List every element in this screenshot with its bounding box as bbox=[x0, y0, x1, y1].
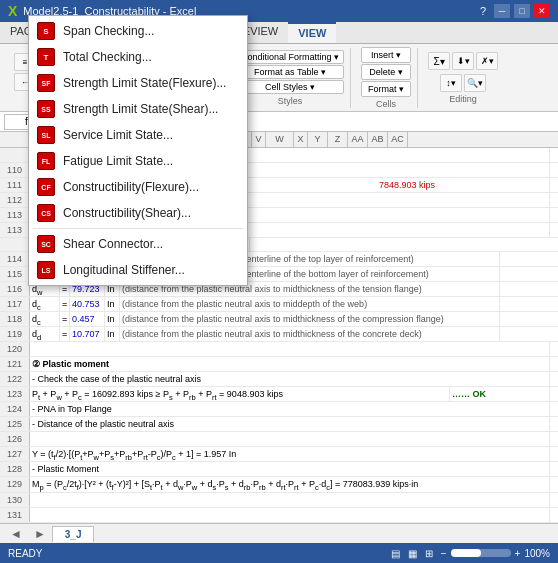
table-row[interactable]: 117 dc = 40.753 In (distance from the pl… bbox=[0, 297, 558, 312]
insert-btn[interactable]: Insert ▾ bbox=[361, 47, 411, 63]
svg-text:LS: LS bbox=[42, 267, 51, 274]
zoom-fill bbox=[451, 549, 481, 557]
row-114-num: 114 bbox=[0, 252, 30, 266]
table-row[interactable]: 123 Pt + Pw + Pc = 16092.893 kips ≥ Ps +… bbox=[0, 387, 558, 402]
svg-text:T: T bbox=[44, 53, 49, 62]
col-y[interactable]: Y bbox=[308, 132, 328, 147]
table-row[interactable]: 124 - PNA in Top Flange bbox=[0, 402, 558, 417]
col-ac[interactable]: AC bbox=[388, 132, 408, 147]
sheet-tab-3j[interactable]: 3_J bbox=[52, 526, 95, 542]
sort-btn[interactable]: ↕▾ bbox=[440, 74, 462, 92]
row-111-num: 111 bbox=[0, 178, 30, 192]
table-row[interactable]: 127 Y = (tf/2)·[(Pt+Pw+Ps+Prb+Prt-Pc)/Pc… bbox=[0, 447, 558, 462]
col-aa[interactable]: AA bbox=[348, 132, 368, 147]
zoom-slider[interactable] bbox=[451, 549, 511, 557]
view-normal-btn[interactable]: ▤ bbox=[391, 548, 400, 559]
row-117-val: 40.753 bbox=[70, 297, 105, 311]
row-117-desc: (distance from the plastic neutral axis … bbox=[120, 297, 500, 311]
conditional-formatting-btn[interactable]: Conditional Formatting ▾ bbox=[236, 50, 344, 64]
row-129-content: Mp = (Pc/2tf)·[Y² + (tf-Y)²] + [St·Pt + … bbox=[30, 477, 550, 492]
col-z[interactable]: Z bbox=[328, 132, 348, 147]
col-ab[interactable]: AB bbox=[368, 132, 388, 147]
total-checking-icon: T bbox=[37, 48, 55, 66]
col-v[interactable]: V bbox=[252, 132, 266, 147]
row-130-num: 130 bbox=[0, 493, 30, 507]
delete-btn[interactable]: Delete ▾ bbox=[361, 64, 411, 80]
row-119-num: 119 bbox=[0, 327, 30, 341]
row-note-num bbox=[0, 148, 30, 162]
menu-item-total-checking[interactable]: T Total Checking... bbox=[29, 44, 247, 70]
row-131-content bbox=[30, 508, 550, 522]
close-button[interactable]: ✕ bbox=[534, 4, 550, 18]
row-119-unit: In bbox=[105, 327, 120, 341]
format-btn[interactable]: Format ▾ bbox=[361, 81, 411, 97]
status-right: ▤ ▦ ⊞ − + 100% bbox=[391, 548, 550, 559]
menu-item-service[interactable]: SL Service Limit State... bbox=[29, 122, 247, 148]
construct-shear-label: Constructibility(Shear)... bbox=[63, 206, 239, 220]
span-checking-label: Span Checking... bbox=[63, 24, 239, 38]
row-119-d: dd bbox=[30, 327, 60, 341]
svg-text:SS: SS bbox=[41, 106, 51, 113]
svg-text:CF: CF bbox=[41, 184, 51, 191]
row-113c-num: 113 bbox=[0, 223, 30, 237]
ribbon-group-editing: Σ▾ ⬇▾ ✗▾ ↕▾ 🔍▾ Editing bbox=[422, 48, 504, 108]
menu-item-strength-shear[interactable]: SS Strength Limit State(Shear)... bbox=[29, 96, 247, 122]
find-btn[interactable]: 🔍▾ bbox=[464, 74, 486, 92]
table-row[interactable]: 128 - Plastic Moment bbox=[0, 462, 558, 477]
shear-connector-label: Shear Connector... bbox=[63, 237, 239, 251]
row-125-content: - Distance of the plastic neutral axis bbox=[30, 417, 550, 431]
styles-buttons: Conditional Formatting ▾ Format as Table… bbox=[236, 50, 344, 94]
menu-item-construct-flexure[interactable]: CF Constructibility(Flexure)... bbox=[29, 174, 247, 200]
table-row[interactable]: 129 Mp = (Pc/2tf)·[Y² + (tf-Y)²] + [St·P… bbox=[0, 477, 558, 493]
svg-text:SL: SL bbox=[42, 132, 52, 139]
menu-item-strength-flexure[interactable]: SF Strength Limit State(Flexure)... bbox=[29, 70, 247, 96]
tab-view[interactable]: VIEW bbox=[288, 22, 336, 43]
tab-scroll-left[interactable]: ◄ bbox=[4, 527, 28, 541]
table-row[interactable]: 122 - Check the case of the plastic neut… bbox=[0, 372, 558, 387]
tab-scroll-right[interactable]: ► bbox=[28, 527, 52, 541]
menu-item-fatigue[interactable]: FL Fatigue Limit State... bbox=[29, 148, 247, 174]
format-table-btn[interactable]: Format as Table ▾ bbox=[236, 65, 344, 79]
clear-btn[interactable]: ✗▾ bbox=[476, 52, 498, 70]
col-x[interactable]: X bbox=[294, 132, 308, 147]
table-row: 131 bbox=[0, 508, 558, 523]
zoom-in-btn[interactable]: + bbox=[515, 548, 521, 559]
menu-item-span-checking[interactable]: S Span Checking... bbox=[29, 18, 247, 44]
table-row[interactable]: 121 ② Plastic moment bbox=[0, 357, 558, 372]
total-checking-label: Total Checking... bbox=[63, 50, 239, 64]
table-row: 130 bbox=[0, 493, 558, 508]
row-124-content: - PNA in Top Flange bbox=[30, 402, 550, 416]
fill-btn[interactable]: ⬇▾ bbox=[452, 52, 474, 70]
service-label: Service Limit State... bbox=[63, 128, 239, 142]
row-120-content bbox=[30, 342, 550, 356]
row-118-eq: = bbox=[60, 312, 70, 326]
row-118-num: 118 bbox=[0, 312, 30, 326]
longitudinal-icon: LS bbox=[37, 261, 55, 279]
table-row[interactable]: 118 dc = 0.457 In (distance from the pla… bbox=[0, 312, 558, 327]
row-127-num: 127 bbox=[0, 447, 30, 461]
editing-buttons-2: ↕▾ 🔍▾ bbox=[440, 74, 486, 92]
help-btn[interactable]: ? bbox=[476, 5, 490, 17]
cell-styles-btn[interactable]: Cell Styles ▾ bbox=[236, 80, 344, 94]
table-row[interactable]: 125 - Distance of the plastic neutral ax… bbox=[0, 417, 558, 432]
zoom-out-btn[interactable]: − bbox=[441, 548, 447, 559]
sheet-tab-bar: ◄ ► 3_J bbox=[0, 523, 558, 543]
ribbon-group-cells: Insert ▾ Delete ▾ Format ▾ Cells bbox=[355, 48, 418, 108]
autosum-btn[interactable]: Σ▾ bbox=[428, 52, 450, 70]
menu-item-shear-connector[interactable]: SC Shear Connector... bbox=[29, 231, 247, 257]
table-row: 120 bbox=[0, 342, 558, 357]
restore-button[interactable]: □ bbox=[514, 4, 530, 18]
table-row[interactable]: 119 dd = 10.707 In (distance from the pl… bbox=[0, 327, 558, 342]
view-pagebreak-btn[interactable]: ⊞ bbox=[425, 548, 433, 559]
minimize-button[interactable]: ─ bbox=[494, 4, 510, 18]
svg-text:SF: SF bbox=[42, 80, 52, 87]
row-110-num: 110 bbox=[0, 163, 30, 177]
row-129-num: 129 bbox=[0, 477, 30, 492]
zoom-level: 100% bbox=[524, 548, 550, 559]
menu-item-longitudinal[interactable]: LS Longitudinal Stiffener... bbox=[29, 257, 247, 283]
row-113d-num bbox=[0, 238, 30, 251]
col-w[interactable]: W bbox=[266, 132, 294, 147]
construct-flexure-label: Constructibility(Flexure)... bbox=[63, 180, 239, 194]
menu-item-construct-shear[interactable]: CS Constructibility(Shear)... bbox=[29, 200, 247, 226]
view-layout-btn[interactable]: ▦ bbox=[408, 548, 417, 559]
